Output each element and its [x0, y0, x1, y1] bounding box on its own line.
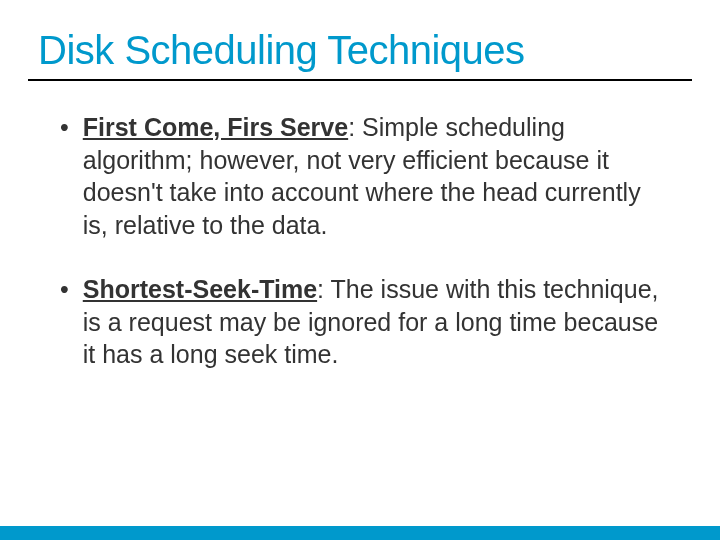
- page-title: Disk Scheduling Techniques: [0, 0, 720, 79]
- bullet-marker: •: [60, 111, 69, 144]
- list-item: • Shortest-Seek-Time: The issue with thi…: [60, 273, 660, 371]
- bullet-text: First Come, Firs Serve: Simple schedulin…: [83, 111, 660, 241]
- bullet-marker: •: [60, 273, 69, 306]
- list-item: • First Come, Firs Serve: Simple schedul…: [60, 111, 660, 241]
- content-area: • First Come, Firs Serve: Simple schedul…: [0, 81, 720, 371]
- term-label: Shortest-Seek-Time: [83, 275, 317, 303]
- bullet-text: Shortest-Seek-Time: The issue with this …: [83, 273, 660, 371]
- footer-accent-bar: [0, 526, 720, 540]
- term-label: First Come, Firs Serve: [83, 113, 348, 141]
